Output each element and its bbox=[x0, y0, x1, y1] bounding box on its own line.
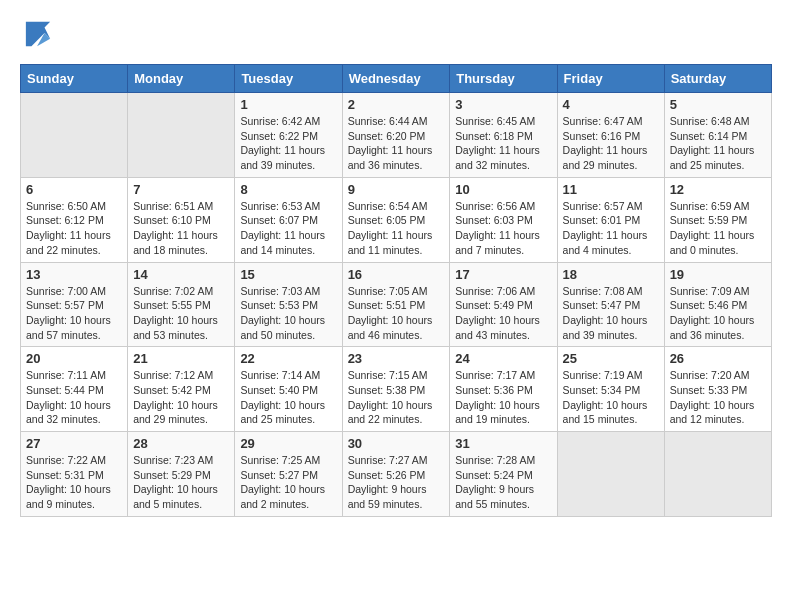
day-number: 21 bbox=[133, 351, 229, 366]
day-info: Sunrise: 7:06 AMSunset: 5:49 PMDaylight:… bbox=[455, 284, 551, 343]
day-number: 8 bbox=[240, 182, 336, 197]
calendar-cell: 12Sunrise: 6:59 AMSunset: 5:59 PMDayligh… bbox=[664, 177, 771, 262]
header-day: Tuesday bbox=[235, 65, 342, 93]
day-info: Sunrise: 6:57 AMSunset: 6:01 PMDaylight:… bbox=[563, 199, 659, 258]
day-info: Sunrise: 7:09 AMSunset: 5:46 PMDaylight:… bbox=[670, 284, 766, 343]
day-number: 4 bbox=[563, 97, 659, 112]
calendar-cell: 8Sunrise: 6:53 AMSunset: 6:07 PMDaylight… bbox=[235, 177, 342, 262]
calendar-cell: 9Sunrise: 6:54 AMSunset: 6:05 PMDaylight… bbox=[342, 177, 450, 262]
calendar-cell: 14Sunrise: 7:02 AMSunset: 5:55 PMDayligh… bbox=[128, 262, 235, 347]
logo bbox=[20, 20, 52, 48]
calendar-cell: 16Sunrise: 7:05 AMSunset: 5:51 PMDayligh… bbox=[342, 262, 450, 347]
day-number: 16 bbox=[348, 267, 445, 282]
day-info: Sunrise: 7:27 AMSunset: 5:26 PMDaylight:… bbox=[348, 453, 445, 512]
calendar-week-row: 1Sunrise: 6:42 AMSunset: 6:22 PMDaylight… bbox=[21, 93, 772, 178]
calendar-cell: 31Sunrise: 7:28 AMSunset: 5:24 PMDayligh… bbox=[450, 432, 557, 517]
calendar-body: 1Sunrise: 6:42 AMSunset: 6:22 PMDaylight… bbox=[21, 93, 772, 517]
calendar-cell: 19Sunrise: 7:09 AMSunset: 5:46 PMDayligh… bbox=[664, 262, 771, 347]
calendar-cell: 23Sunrise: 7:15 AMSunset: 5:38 PMDayligh… bbox=[342, 347, 450, 432]
calendar-cell: 25Sunrise: 7:19 AMSunset: 5:34 PMDayligh… bbox=[557, 347, 664, 432]
calendar-cell: 29Sunrise: 7:25 AMSunset: 5:27 PMDayligh… bbox=[235, 432, 342, 517]
calendar-cell: 21Sunrise: 7:12 AMSunset: 5:42 PMDayligh… bbox=[128, 347, 235, 432]
calendar-cell: 28Sunrise: 7:23 AMSunset: 5:29 PMDayligh… bbox=[128, 432, 235, 517]
page-header bbox=[20, 20, 772, 48]
day-info: Sunrise: 7:05 AMSunset: 5:51 PMDaylight:… bbox=[348, 284, 445, 343]
calendar-cell: 24Sunrise: 7:17 AMSunset: 5:36 PMDayligh… bbox=[450, 347, 557, 432]
calendar-cell bbox=[128, 93, 235, 178]
day-info: Sunrise: 6:44 AMSunset: 6:20 PMDaylight:… bbox=[348, 114, 445, 173]
day-info: Sunrise: 6:51 AMSunset: 6:10 PMDaylight:… bbox=[133, 199, 229, 258]
day-number: 23 bbox=[348, 351, 445, 366]
svg-marker-0 bbox=[26, 22, 50, 46]
calendar-cell: 30Sunrise: 7:27 AMSunset: 5:26 PMDayligh… bbox=[342, 432, 450, 517]
header-day: Monday bbox=[128, 65, 235, 93]
calendar-cell: 27Sunrise: 7:22 AMSunset: 5:31 PMDayligh… bbox=[21, 432, 128, 517]
calendar-cell: 20Sunrise: 7:11 AMSunset: 5:44 PMDayligh… bbox=[21, 347, 128, 432]
calendar-cell: 13Sunrise: 7:00 AMSunset: 5:57 PMDayligh… bbox=[21, 262, 128, 347]
day-number: 13 bbox=[26, 267, 122, 282]
day-number: 14 bbox=[133, 267, 229, 282]
day-number: 31 bbox=[455, 436, 551, 451]
day-info: Sunrise: 7:23 AMSunset: 5:29 PMDaylight:… bbox=[133, 453, 229, 512]
calendar-cell bbox=[557, 432, 664, 517]
calendar-week-row: 27Sunrise: 7:22 AMSunset: 5:31 PMDayligh… bbox=[21, 432, 772, 517]
day-info: Sunrise: 6:54 AMSunset: 6:05 PMDaylight:… bbox=[348, 199, 445, 258]
day-number: 9 bbox=[348, 182, 445, 197]
calendar-cell bbox=[21, 93, 128, 178]
day-number: 20 bbox=[26, 351, 122, 366]
day-info: Sunrise: 6:42 AMSunset: 6:22 PMDaylight:… bbox=[240, 114, 336, 173]
day-number: 7 bbox=[133, 182, 229, 197]
day-number: 30 bbox=[348, 436, 445, 451]
day-info: Sunrise: 6:53 AMSunset: 6:07 PMDaylight:… bbox=[240, 199, 336, 258]
calendar-cell: 7Sunrise: 6:51 AMSunset: 6:10 PMDaylight… bbox=[128, 177, 235, 262]
calendar-cell: 5Sunrise: 6:48 AMSunset: 6:14 PMDaylight… bbox=[664, 93, 771, 178]
day-number: 12 bbox=[670, 182, 766, 197]
day-number: 26 bbox=[670, 351, 766, 366]
day-info: Sunrise: 6:45 AMSunset: 6:18 PMDaylight:… bbox=[455, 114, 551, 173]
day-number: 1 bbox=[240, 97, 336, 112]
day-info: Sunrise: 7:20 AMSunset: 5:33 PMDaylight:… bbox=[670, 368, 766, 427]
day-info: Sunrise: 6:59 AMSunset: 5:59 PMDaylight:… bbox=[670, 199, 766, 258]
day-info: Sunrise: 7:15 AMSunset: 5:38 PMDaylight:… bbox=[348, 368, 445, 427]
day-info: Sunrise: 7:19 AMSunset: 5:34 PMDaylight:… bbox=[563, 368, 659, 427]
day-info: Sunrise: 7:03 AMSunset: 5:53 PMDaylight:… bbox=[240, 284, 336, 343]
day-info: Sunrise: 7:00 AMSunset: 5:57 PMDaylight:… bbox=[26, 284, 122, 343]
calendar-cell: 1Sunrise: 6:42 AMSunset: 6:22 PMDaylight… bbox=[235, 93, 342, 178]
day-info: Sunrise: 7:22 AMSunset: 5:31 PMDaylight:… bbox=[26, 453, 122, 512]
day-number: 2 bbox=[348, 97, 445, 112]
day-number: 18 bbox=[563, 267, 659, 282]
header-day: Saturday bbox=[664, 65, 771, 93]
day-number: 15 bbox=[240, 267, 336, 282]
calendar-cell: 17Sunrise: 7:06 AMSunset: 5:49 PMDayligh… bbox=[450, 262, 557, 347]
day-number: 29 bbox=[240, 436, 336, 451]
day-info: Sunrise: 7:28 AMSunset: 5:24 PMDaylight:… bbox=[455, 453, 551, 512]
day-number: 27 bbox=[26, 436, 122, 451]
calendar-header: SundayMondayTuesdayWednesdayThursdayFrid… bbox=[21, 65, 772, 93]
day-number: 6 bbox=[26, 182, 122, 197]
calendar-cell: 2Sunrise: 6:44 AMSunset: 6:20 PMDaylight… bbox=[342, 93, 450, 178]
logo-icon bbox=[24, 20, 52, 48]
day-number: 10 bbox=[455, 182, 551, 197]
day-number: 3 bbox=[455, 97, 551, 112]
day-info: Sunrise: 7:11 AMSunset: 5:44 PMDaylight:… bbox=[26, 368, 122, 427]
calendar-cell: 6Sunrise: 6:50 AMSunset: 6:12 PMDaylight… bbox=[21, 177, 128, 262]
day-number: 19 bbox=[670, 267, 766, 282]
day-info: Sunrise: 7:25 AMSunset: 5:27 PMDaylight:… bbox=[240, 453, 336, 512]
day-number: 5 bbox=[670, 97, 766, 112]
day-number: 22 bbox=[240, 351, 336, 366]
day-number: 24 bbox=[455, 351, 551, 366]
day-number: 25 bbox=[563, 351, 659, 366]
calendar-week-row: 20Sunrise: 7:11 AMSunset: 5:44 PMDayligh… bbox=[21, 347, 772, 432]
calendar-cell: 18Sunrise: 7:08 AMSunset: 5:47 PMDayligh… bbox=[557, 262, 664, 347]
day-number: 11 bbox=[563, 182, 659, 197]
calendar-week-row: 6Sunrise: 6:50 AMSunset: 6:12 PMDaylight… bbox=[21, 177, 772, 262]
calendar-cell: 3Sunrise: 6:45 AMSunset: 6:18 PMDaylight… bbox=[450, 93, 557, 178]
day-info: Sunrise: 6:50 AMSunset: 6:12 PMDaylight:… bbox=[26, 199, 122, 258]
header-row: SundayMondayTuesdayWednesdayThursdayFrid… bbox=[21, 65, 772, 93]
day-info: Sunrise: 6:56 AMSunset: 6:03 PMDaylight:… bbox=[455, 199, 551, 258]
day-info: Sunrise: 7:17 AMSunset: 5:36 PMDaylight:… bbox=[455, 368, 551, 427]
calendar-cell: 22Sunrise: 7:14 AMSunset: 5:40 PMDayligh… bbox=[235, 347, 342, 432]
calendar-week-row: 13Sunrise: 7:00 AMSunset: 5:57 PMDayligh… bbox=[21, 262, 772, 347]
calendar-cell bbox=[664, 432, 771, 517]
calendar-cell: 11Sunrise: 6:57 AMSunset: 6:01 PMDayligh… bbox=[557, 177, 664, 262]
